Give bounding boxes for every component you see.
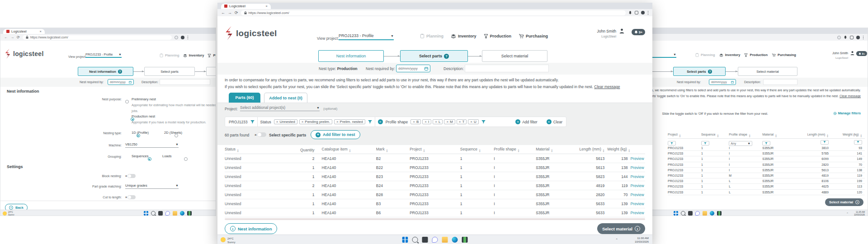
remove-chip-icon[interactable]: × [446,120,448,124]
step-select-material[interactable]: Select material [482,50,547,62]
back-icon[interactable]: ← [221,10,225,15]
remove-chip-icon[interactable]: × [413,120,415,124]
view-project-dropdown[interactable]: PROJ1233 - Profile▼ [339,33,394,40]
step-select-parts[interactable]: Select parts? [673,67,726,76]
profile-avatar-icon[interactable] [181,36,184,39]
windows-icon[interactable] [674,211,678,216]
step-nest-information[interactable]: Nest information? [78,67,133,76]
date-input[interactable]: dd/mm/yyyy [396,65,430,72]
production-nest-option[interactable]: Production nest [132,114,155,118]
edge-icon[interactable] [452,237,458,243]
col-project[interactable]: Project▲▼ [668,133,701,138]
col-profile-shape[interactable]: Profile shape▲▼ [729,133,762,138]
device-icon[interactable] [158,211,163,216]
weather-text[interactable]: 24°CSunny [227,237,236,244]
filter-chip[interactable]: ×B [410,119,421,124]
type-1d-option[interactable]: 1D (Profile) [132,131,149,135]
table-row[interactable]: Unnested 2 HEA140 B2 PROJ1233 1 I S355JR… [225,154,645,163]
col-weight[interactable]: Weight (kg)▲▼ [831,133,865,138]
nav-production[interactable]: Production [208,53,216,57]
tray-expand-icon[interactable]: ⌃ [615,238,618,242]
chat-icon[interactable] [165,211,170,216]
tab-added-to-nest[interactable]: Added to nest (0) [264,93,307,103]
notifications-button[interactable]: 9+ [856,51,867,56]
preview-link[interactable]: Preview [630,165,645,170]
manage-filters-link[interactable]: Manage filters [833,111,861,115]
package-icon[interactable] [717,211,722,216]
folder-icon[interactable] [703,211,707,216]
col-length[interactable]: Length (mm)▲▼ [578,147,607,153]
tray-expand-icon[interactable]: ⌃ [846,212,849,215]
clear-message-link[interactable]: Clear message [594,84,620,89]
package-icon[interactable] [187,211,192,216]
browser-tab[interactable]: Logicsteel × [221,4,271,9]
reload-icon[interactable]: ⟳ [17,35,20,39]
device-icon[interactable] [422,237,428,243]
col-material[interactable]: Material▲▼ [536,147,578,153]
step-select-parts[interactable]: Select parts [144,67,195,76]
col-mark[interactable]: Mark▲▼ [376,147,410,153]
step-select-parts[interactable]: Select parts? [400,50,468,62]
nav-production[interactable]: Production [744,53,768,57]
horizontal-scrollbar[interactable] [225,218,645,220]
col-weight[interactable]: Weight (kg)▲▼ [607,147,630,153]
profile-avatar-icon[interactable] [641,11,645,14]
length-filter[interactable] [821,140,829,145]
preview-link[interactable]: Preview [630,156,645,161]
radio-preliminary-nest[interactable] [125,100,129,103]
nav-purchasing[interactable]: Purchasing [772,53,796,57]
edge-icon[interactable] [180,211,184,216]
filter-chip[interactable]: ×Prelim. nested [334,119,365,124]
bookmark-star-icon[interactable] [837,36,841,39]
col-sequence[interactable]: Sequence▲▼ [460,147,494,153]
description-input[interactable] [465,65,549,72]
extension-icon[interactable] [175,36,178,39]
table-row[interactable]: PROJ1233 1 I S355JR 2820 70 [668,162,865,168]
tab-close-icon[interactable]: × [265,4,268,8]
user-icon[interactable] [850,51,855,56]
additional-project-dropdown[interactable]: Select additional project(s)▼ [240,105,320,111]
filter-chip[interactable]: ×L [433,119,443,124]
folder-icon[interactable] [442,237,448,243]
select-material-button[interactable]: Select material [597,223,645,234]
preview-link[interactable]: Preview [630,211,645,215]
grouping-sequences-option[interactable]: Sequences [132,154,149,158]
remove-chip-icon[interactable]: × [425,120,427,124]
browser-menu-icon[interactable] [863,36,864,39]
address-bar[interactable]: https://www.logicsteel.com/ [23,35,172,40]
tab-parts[interactable]: Parts (60) [229,93,260,103]
description-input[interactable] [160,79,210,85]
remove-chip-icon[interactable]: × [276,120,278,124]
col-length[interactable]: Length (mm)▲▼ [796,133,831,138]
table-row[interactable]: Unnested 1 HEA140 B6 PROJ1233 1 I S355JR… [225,208,645,217]
help-icon[interactable]: ? [118,70,122,74]
table-row[interactable]: PROJ1233 1 L S355JR 4889 120 [668,190,865,195]
machine-dropdown[interactable]: VB1250▼ [125,142,179,148]
profile-shape-filter-dropdown[interactable]: Any▼ [729,141,752,146]
table-row[interactable]: PROJ1233 1 L S355JR 4625 113 [668,184,865,189]
notifications-button[interactable]: 9+ [632,29,645,35]
help-icon[interactable]: ? [444,54,449,59]
step-nest-information[interactable]: Nest information [318,50,384,62]
user-name[interactable]: John Smith [823,52,848,55]
nav-inventory[interactable]: Inventory [719,53,741,57]
material-filter[interactable] [762,141,770,145]
package-icon[interactable] [462,237,468,243]
tab-square-icon[interactable] [635,11,638,14]
table-row[interactable]: PROJ1233 1 I S355JR 5613 138 [668,168,865,173]
step-select-material[interactable]: Select material [738,67,797,76]
project-filter[interactable] [668,141,676,145]
filter-funnel-icon[interactable] [368,120,372,124]
weather-text[interactable]: 24°CSunny [8,211,14,216]
reload-icon[interactable]: ⟳ [235,10,238,15]
filter-funnel-icon[interactable] [481,120,486,124]
radio-loads[interactable] [184,157,188,161]
edge-icon[interactable] [710,211,714,216]
address-bar[interactable]: https://www.logicsteel.com/ [241,10,626,15]
windows-icon[interactable] [402,237,408,243]
select-material-button[interactable]: Select material [825,198,863,206]
table-row[interactable]: Unnested 1 HEA140 B28 PROJ1233 1 I S355J… [225,190,645,199]
clear-filters-button[interactable]: Clear [547,119,562,124]
preview-link[interactable]: Preview [630,192,645,197]
clear-message-link[interactable]: Clear message [840,94,861,98]
